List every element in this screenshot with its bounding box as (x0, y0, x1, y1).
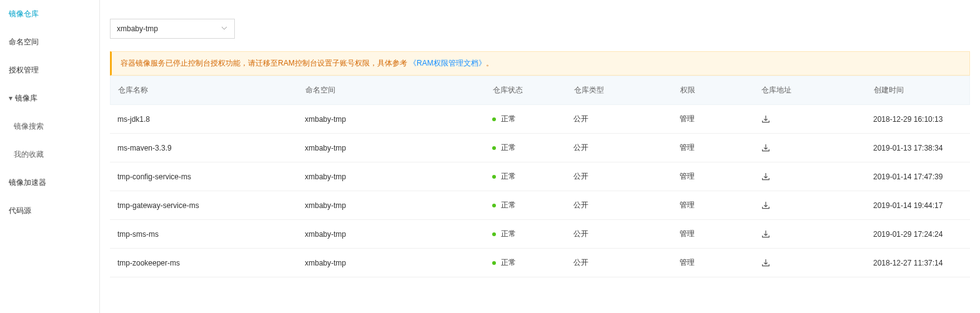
cell-permission: 管理 (672, 134, 753, 162)
th-namespace: 命名空间 (298, 76, 485, 104)
notice-text-before: 容器镜像服务已停止控制台授权功能，请迁移至RAM控制台设置子账号权限，具体参考 (121, 59, 409, 67)
status-text: 正常 (501, 142, 516, 153)
th-address: 仓库地址 (754, 76, 866, 104)
cell-created: 2019-01-14 17:47:39 (866, 162, 970, 191)
table-row: tmp-zookeeper-msxmbaby-tmp正常公开管理2018-12-… (110, 249, 970, 277)
download-icon[interactable] (761, 172, 771, 182)
status-dot-icon (492, 175, 496, 179)
cell-namespace: xmbaby-tmp (297, 105, 485, 133)
cell-permission: 管理 (672, 249, 753, 277)
cell-address (753, 134, 866, 162)
status-dot-icon (492, 146, 496, 150)
sidebar-item-accelerator[interactable]: 镜像加速器 (0, 169, 99, 197)
notice-banner: 容器镜像服务已停止控制台授权功能，请迁移至RAM控制台设置子账号权限，具体参考 … (110, 51, 970, 76)
cell-permission: 管理 (672, 105, 753, 133)
th-type: 仓库类型 (567, 76, 673, 104)
cell-permission: 管理 (672, 191, 753, 219)
cell-type: 公开 (566, 249, 672, 277)
sidebar-item-authorization[interactable]: 授权管理 (0, 56, 99, 84)
sidebar-item-code-source[interactable]: 代码源 (0, 197, 99, 225)
cell-namespace: xmbaby-tmp (297, 249, 485, 277)
table-row: tmp-sms-msxmbaby-tmp正常公开管理2019-01-29 17:… (110, 220, 970, 249)
repo-table: 仓库名称 命名空间 仓库状态 仓库类型 权限 仓库地址 创建时间 ms-jdk1… (110, 76, 970, 277)
cell-created: 2018-12-27 11:37:14 (866, 249, 970, 277)
namespace-select[interactable]: xmbaby-tmp (110, 19, 235, 39)
cell-created: 2019-01-14 19:44:17 (866, 191, 970, 219)
cell-permission: 管理 (672, 162, 753, 191)
cell-type: 公开 (566, 220, 672, 248)
main-content: xmbaby-tmp 容器镜像服务已停止控制台授权功能，请迁移至RAM控制台设置… (100, 0, 980, 313)
status-dot-icon (492, 204, 496, 207)
table-header: 仓库名称 命名空间 仓库状态 仓库类型 权限 仓库地址 创建时间 (110, 76, 970, 105)
sidebar-item-image-search[interactable]: 镜像搜索 (0, 112, 99, 141)
cell-namespace: xmbaby-tmp (297, 162, 485, 191)
status-dot-icon (492, 261, 496, 265)
table-row: tmp-gateway-service-msxmbaby-tmp正常公开管理20… (110, 191, 970, 220)
table-body: ms-jdk1.8xmbaby-tmp正常公开管理2018-12-29 16:1… (110, 105, 970, 277)
download-icon[interactable] (761, 143, 771, 153)
cell-namespace: xmbaby-tmp (297, 220, 485, 248)
cell-created: 2019-01-29 17:24:24 (866, 220, 970, 248)
cell-address (753, 105, 866, 133)
download-icon[interactable] (761, 201, 771, 211)
status-text: 正常 (501, 114, 516, 124)
status-dot-icon (492, 117, 496, 121)
cell-name[interactable]: tmp-gateway-service-ms (110, 191, 297, 219)
cell-name[interactable]: ms-maven-3.3.9 (110, 134, 297, 162)
th-name: 仓库名称 (111, 76, 298, 104)
th-created: 创建时间 (866, 76, 969, 104)
sidebar-item-my-favorites[interactable]: 我的收藏 (0, 141, 99, 169)
notice-link[interactable]: 《RAM权限管理文档》 (409, 59, 486, 67)
cell-name[interactable]: ms-jdk1.8 (110, 105, 297, 133)
sidebar-item-label: 镜像库 (15, 94, 37, 102)
cell-namespace: xmbaby-tmp (297, 191, 485, 219)
cell-type: 公开 (566, 162, 672, 191)
cell-name[interactable]: tmp-sms-ms (110, 220, 297, 248)
chevron-down-icon (220, 24, 228, 34)
status-text: 正常 (501, 171, 516, 182)
status-text: 正常 (501, 200, 516, 211)
table-row: tmp-config-service-msxmbaby-tmp正常公开管理201… (110, 162, 970, 191)
th-status: 仓库状态 (485, 76, 567, 104)
caret-down-icon: ▾ (9, 94, 12, 102)
cell-address (753, 249, 866, 277)
status-text: 正常 (501, 257, 516, 268)
cell-permission: 管理 (672, 220, 753, 248)
cell-created: 2018-12-29 16:10:13 (866, 105, 970, 133)
sidebar-item-namespace[interactable]: 命名空间 (0, 28, 99, 56)
cell-created: 2019-01-13 17:38:34 (866, 134, 970, 162)
download-icon[interactable] (761, 258, 771, 268)
cell-address (753, 162, 866, 191)
cell-status: 正常 (485, 162, 566, 191)
status-text: 正常 (501, 229, 516, 239)
cell-type: 公开 (566, 134, 672, 162)
status-dot-icon (492, 232, 496, 236)
cell-name[interactable]: tmp-zookeeper-ms (110, 249, 297, 277)
sidebar-item-image-lib[interactable]: ▾镜像库 (0, 84, 99, 112)
download-icon[interactable] (761, 114, 771, 124)
notice-text-after: 。 (486, 59, 493, 67)
cell-address (753, 191, 866, 219)
cell-status: 正常 (485, 191, 566, 219)
cell-name[interactable]: tmp-config-service-ms (110, 162, 297, 191)
sidebar: 镜像仓库 命名空间 授权管理 ▾镜像库 镜像搜索 我的收藏 镜像加速器 代码源 (0, 0, 100, 313)
select-value: xmbaby-tmp (117, 24, 158, 33)
cell-status: 正常 (485, 249, 566, 277)
cell-address (753, 220, 866, 248)
th-permission: 权限 (673, 76, 754, 104)
topbar: xmbaby-tmp (100, 0, 980, 45)
table-row: ms-jdk1.8xmbaby-tmp正常公开管理2018-12-29 16:1… (110, 105, 970, 134)
cell-type: 公开 (566, 105, 672, 133)
cell-status: 正常 (485, 134, 566, 162)
sidebar-item-image-repo[interactable]: 镜像仓库 (0, 0, 99, 28)
cell-namespace: xmbaby-tmp (297, 134, 485, 162)
cell-status: 正常 (485, 220, 566, 248)
cell-type: 公开 (566, 191, 672, 219)
cell-status: 正常 (485, 105, 566, 133)
download-icon[interactable] (761, 229, 771, 239)
table-row: ms-maven-3.3.9xmbaby-tmp正常公开管理2019-01-13… (110, 134, 970, 162)
